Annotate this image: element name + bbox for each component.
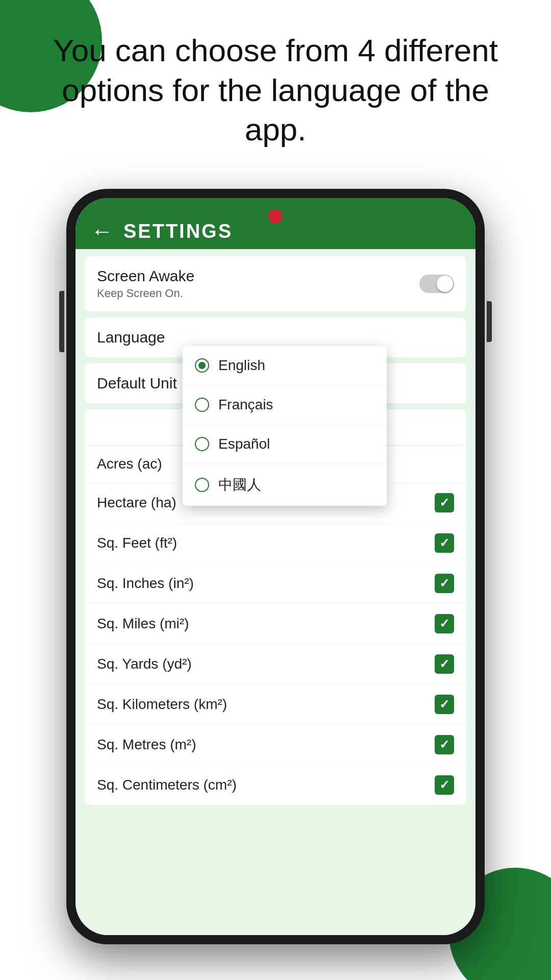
screen-content: Screen Awake Keep Screen On. Language De — [76, 249, 475, 935]
checkmark-hectare: ✓ — [439, 496, 449, 510]
unit-label-sqyards: Sq. Yards (yd²) — [97, 656, 192, 672]
unit-row-sqmetres[interactable]: Sq. Metres (m²) ✓ — [85, 725, 466, 765]
checkbox-sqinches[interactable]: ✓ — [435, 574, 454, 593]
app-bar: ← SETTINGS — [76, 198, 475, 249]
checkmark-sqfeet: ✓ — [439, 536, 449, 550]
screen-awake-row: Screen Awake Keep Screen On. — [85, 256, 466, 311]
checkmark-sqmetres: ✓ — [439, 738, 449, 752]
phone-mockup: ← SETTINGS Screen Awake Keep Screen On. — [66, 189, 485, 944]
checkbox-sqmetres[interactable]: ✓ — [435, 735, 454, 754]
language-label: Language — [97, 329, 165, 346]
unit-row-sqfeet[interactable]: Sq. Feet (ft²) ✓ — [85, 523, 466, 564]
dropdown-label-english: English — [218, 357, 265, 374]
checkbox-hectare[interactable]: ✓ — [435, 493, 454, 512]
radio-francais — [195, 398, 209, 412]
unit-label-sqmiles: Sq. Miles (mi²) — [97, 616, 189, 632]
back-button[interactable]: ← — [91, 218, 113, 244]
unit-label-sqmetres: Sq. Metres (m²) — [97, 737, 196, 753]
radio-espanol — [195, 437, 209, 451]
screen-awake-label: Screen Awake — [97, 267, 194, 285]
checkbox-sqfeet[interactable]: ✓ — [435, 533, 454, 553]
unit-label-acres: Acres (ac) — [97, 456, 162, 472]
radio-inner-english — [198, 362, 206, 369]
unit-row-sqkm[interactable]: Sq. Kilometers (km²) ✓ — [85, 684, 466, 725]
unit-label-sqkm: Sq. Kilometers (km²) — [97, 696, 227, 713]
unit-row-sqyards[interactable]: Sq. Yards (yd²) ✓ — [85, 644, 466, 684]
dropdown-item-english[interactable]: English — [183, 346, 387, 385]
language-dropdown: English Français Español 中國人 — [183, 346, 387, 506]
default-unit-label: Default Unit — [97, 375, 177, 392]
checkbox-sqcm[interactable]: ✓ — [435, 775, 454, 795]
header-text: You can choose from 4 different options … — [31, 31, 520, 150]
dropdown-label-chinese: 中國人 — [218, 475, 261, 495]
checkmark-sqcm: ✓ — [439, 778, 449, 792]
dropdown-item-chinese[interactable]: 中國人 — [183, 464, 387, 506]
radio-english — [195, 358, 209, 373]
unit-row-sqmiles[interactable]: Sq. Miles (mi²) ✓ — [85, 604, 466, 644]
unit-label-sqcm: Sq. Centimeters (cm²) — [97, 777, 237, 793]
checkbox-sqyards[interactable]: ✓ — [435, 654, 454, 674]
checkmark-sqmiles: ✓ — [439, 617, 449, 631]
screen-awake-toggle[interactable] — [419, 275, 454, 293]
dropdown-label-espanol: Español — [218, 436, 270, 452]
checkmark-sqyards: ✓ — [439, 657, 449, 671]
unit-label-hectare: Hectare (ha) — [97, 495, 177, 511]
unit-label-sqinches: Sq. Inches (in²) — [97, 575, 194, 592]
toggle-knob — [437, 276, 453, 292]
phone-frame: ← SETTINGS Screen Awake Keep Screen On. — [66, 189, 485, 944]
phone-screen: ← SETTINGS Screen Awake Keep Screen On. — [76, 198, 475, 935]
dropdown-item-francais[interactable]: Français — [183, 385, 387, 425]
checkbox-sqmiles[interactable]: ✓ — [435, 614, 454, 633]
screen-awake-info: Screen Awake Keep Screen On. — [97, 267, 194, 300]
dropdown-item-espanol[interactable]: Español — [183, 425, 387, 464]
radio-chinese — [195, 478, 209, 492]
checkbox-sqkm[interactable]: ✓ — [435, 695, 454, 714]
dropdown-label-francais: Français — [218, 397, 273, 413]
app-bar-title: SETTINGS — [123, 220, 233, 242]
screen-awake-sublabel: Keep Screen On. — [97, 287, 194, 300]
checkmark-sqinches: ✓ — [439, 576, 449, 591]
checkmark-sqkm: ✓ — [439, 697, 449, 712]
unit-label-sqfeet: Sq. Feet (ft²) — [97, 535, 177, 551]
camera-dot — [268, 209, 283, 224]
unit-row-sqinches[interactable]: Sq. Inches (in²) ✓ — [85, 564, 466, 604]
settings-list: Screen Awake Keep Screen On. Language De — [76, 249, 475, 818]
unit-row-sqcm[interactable]: Sq. Centimeters (cm²) ✓ — [85, 765, 466, 805]
